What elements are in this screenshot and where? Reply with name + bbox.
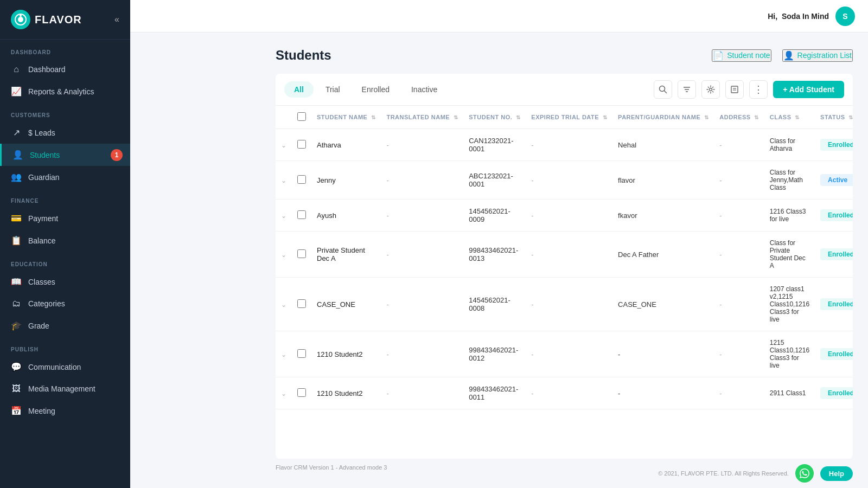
col-class: CLASS ⇅ xyxy=(764,106,815,129)
filter-tab-all[interactable]: All xyxy=(284,81,314,98)
analytics-icon: 📈 xyxy=(11,86,22,97)
sidebar-item-dashboard[interactable]: ⌂ Dashboard xyxy=(0,59,130,80)
sidebar-item-classes[interactable]: 📖 Classes xyxy=(0,271,130,293)
filter-tab-enrolled[interactable]: Enrolled xyxy=(352,81,399,98)
cell-expired-6: - xyxy=(526,377,612,409)
filter-tab-inactive[interactable]: Inactive xyxy=(401,81,447,98)
row-checkbox-6[interactable] xyxy=(297,388,306,397)
sort-icon-no[interactable]: ⇅ xyxy=(516,114,521,120)
sidebar-item-media[interactable]: 🖼 Media Management xyxy=(0,378,130,400)
export-button[interactable] xyxy=(725,80,744,99)
row-expand-3[interactable]: ⌄ xyxy=(276,232,292,278)
cell-class-3: Class for Private Student Dec A xyxy=(764,232,815,278)
sidebar-item-students[interactable]: 👤 Students 1 xyxy=(0,144,130,166)
user-avatar: S xyxy=(835,7,855,26)
row-expand-4[interactable]: ⌄ xyxy=(276,278,292,331)
sidebar-item-grade[interactable]: 🎓 Grade xyxy=(0,314,130,337)
cell-translated-2: - xyxy=(381,200,463,232)
sort-icon-name[interactable]: ⇅ xyxy=(371,114,376,120)
cell-class-2: 1216 Class3 for live xyxy=(764,200,815,232)
sidebar-item-media-label: Media Management xyxy=(28,384,95,393)
classes-icon: 📖 xyxy=(11,277,22,287)
sort-icon-translated[interactable]: ⇅ xyxy=(454,114,458,120)
table-row: ⌄ 1210 Student2 - 998433462021-0012 - - … xyxy=(276,331,853,377)
sidebar-item-balance-label: Balance xyxy=(28,236,56,245)
col-address: ADDRESS ⇅ xyxy=(714,106,764,129)
settings-button[interactable] xyxy=(701,80,720,99)
sidebar-item-communication[interactable]: 💬 Communication xyxy=(0,356,130,378)
row-checkbox-0[interactable] xyxy=(297,140,306,149)
row-expand-5[interactable]: ⌄ xyxy=(276,331,292,377)
filter-button[interactable] xyxy=(678,80,696,99)
cell-expired-4: - xyxy=(526,278,612,331)
more-options-button[interactable]: ⋮ xyxy=(749,80,768,99)
row-expand-0[interactable]: ⌄ xyxy=(276,129,292,161)
cell-parent-3: Dec A Father xyxy=(612,232,714,278)
cell-status-6: Enrolled xyxy=(815,377,853,409)
sidebar-item-students-label: Students xyxy=(30,151,60,159)
table-row: ⌄ Ayush - 1454562021-0009 - fkavor - 121… xyxy=(276,200,853,232)
sort-icon-parent[interactable]: ⇅ xyxy=(704,114,709,120)
sidebar-item-balance[interactable]: 📋 Balance xyxy=(0,229,130,252)
home-icon: ⌂ xyxy=(11,65,22,74)
svg-point-2 xyxy=(20,15,22,17)
sort-icon-class[interactable]: ⇅ xyxy=(795,114,800,120)
sidebar-item-communication-label: Communication xyxy=(28,363,81,371)
row-checkbox-1[interactable] xyxy=(297,175,306,184)
cell-student-no-6: 998433462021-0011 xyxy=(463,377,526,409)
cell-translated-6: - xyxy=(381,377,463,409)
registration-list-button[interactable]: 👤 Registration List xyxy=(782,49,853,62)
sort-icon-status[interactable]: ⇅ xyxy=(848,114,853,120)
row-checkbox-3[interactable] xyxy=(297,249,306,258)
help-button[interactable]: Help xyxy=(820,466,853,481)
toolbar-right: ⋮ + Add Student xyxy=(654,80,844,99)
page-header: Students 📄 Student note 👤 Registration L… xyxy=(276,48,853,63)
row-checkbox-5[interactable] xyxy=(297,349,306,358)
cell-class-5: 1215 Class10,1216 Class3 for live xyxy=(764,331,815,377)
sidebar-item-leads[interactable]: ↗ $ Leads xyxy=(0,121,130,144)
row-expand-2[interactable]: ⌄ xyxy=(276,200,292,232)
sidebar-item-guardian[interactable]: 👥 Guardian xyxy=(0,166,130,188)
cell-parent-4: CASE_ONE xyxy=(612,278,714,331)
cell-student-name-1: Jenny xyxy=(311,161,381,200)
cell-class-6: 2911 Class1 xyxy=(764,377,815,409)
status-badge-6: Enrolled xyxy=(820,387,853,399)
sidebar-item-classes-label: Classes xyxy=(28,278,55,286)
whatsapp-button[interactable] xyxy=(795,464,814,483)
row-expand-1[interactable]: ⌄ xyxy=(276,161,292,200)
students-icon: 👤 xyxy=(12,150,23,160)
cell-status-2: Enrolled xyxy=(815,200,853,232)
select-all-checkbox[interactable] xyxy=(297,112,306,121)
sidebar-item-leads-label: $ Leads xyxy=(28,129,55,137)
sidebar-item-payment[interactable]: 💳 Payment xyxy=(0,207,130,229)
cell-student-no-0: CAN1232021-0001 xyxy=(463,129,526,161)
row-checkbox-2[interactable] xyxy=(297,210,306,219)
cell-student-name-6: 1210 Student2 xyxy=(311,377,381,409)
sort-icon-address[interactable]: ⇅ xyxy=(754,114,759,120)
add-student-button[interactable]: + Add Student xyxy=(773,81,844,98)
cell-parent-2: fkavor xyxy=(612,200,714,232)
students-table: STUDENT NAME ⇅ TRANSLATED NAME ⇅ STUDENT… xyxy=(276,106,853,409)
filter-tab-trial[interactable]: Trial xyxy=(316,81,350,98)
sort-icon-trial[interactable]: ⇅ xyxy=(603,114,608,120)
cell-parent-1: flavor xyxy=(612,161,714,200)
student-note-button[interactable]: 📄 Student note xyxy=(712,49,771,62)
col-translated-name: TRANSLATED NAME ⇅ xyxy=(381,106,463,129)
row-checkbox-4[interactable] xyxy=(297,299,306,308)
cell-parent-5: - xyxy=(612,331,714,377)
collapse-icon[interactable]: « xyxy=(114,15,119,24)
cell-student-name-2: Ayush xyxy=(311,200,381,232)
categories-icon: 🗂 xyxy=(11,299,22,309)
row-expand-6[interactable]: ⌄ xyxy=(276,377,292,409)
guardian-icon: 👥 xyxy=(11,172,22,182)
cell-student-no-4: 1454562021-0008 xyxy=(463,278,526,331)
search-button[interactable] xyxy=(654,80,672,99)
sidebar-item-reports[interactable]: 📈 Reports & Analytics xyxy=(0,80,130,102)
cell-parent-0: Nehal xyxy=(612,129,714,161)
sidebar-item-categories-label: Categories xyxy=(28,299,65,308)
sidebar-item-categories[interactable]: 🗂 Categories xyxy=(0,293,130,314)
col-student-no: STUDENT NO. ⇅ xyxy=(463,106,526,129)
sidebar-item-meeting[interactable]: 📅 Meeting xyxy=(0,400,130,422)
copyright-text: © 2021, FLAVOR PTE. LTD. All Rights Rese… xyxy=(658,470,789,477)
cell-student-no-5: 998433462021-0012 xyxy=(463,331,526,377)
